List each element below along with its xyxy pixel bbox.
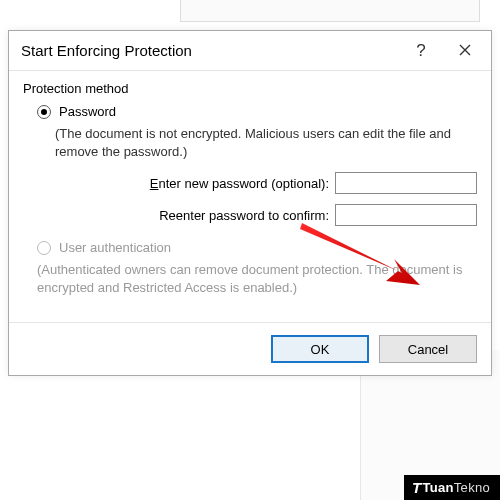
watermark-text: Tuan [423,480,454,495]
radio-password[interactable]: Password [37,104,477,119]
watermark-text: Tekno [454,480,490,495]
enter-password-input[interactable] [335,172,477,194]
password-hint: (The document is not encrypted. Maliciou… [55,125,477,160]
radio-userauth: User authentication [37,240,477,255]
confirm-password-input[interactable] [335,204,477,226]
confirm-password-label: Reenter password to confirm: [159,208,329,223]
cancel-button[interactable]: Cancel [379,335,477,363]
watermark: T TuanTekno [404,475,500,500]
userauth-hint: (Authenticated owners can remove documen… [37,261,477,296]
radio-icon [37,105,51,119]
radio-userauth-label: User authentication [59,240,171,255]
help-icon: ? [416,41,425,61]
watermark-logo-icon: T [412,479,421,496]
help-button[interactable]: ? [399,32,443,70]
enter-password-label: Enter new password (optional): [150,176,329,191]
background-fragment [180,0,480,22]
section-label: Protection method [23,81,477,96]
dialog-title: Start Enforcing Protection [21,42,399,59]
titlebar: Start Enforcing Protection ? [9,31,491,71]
dialog-buttons: OK Cancel [9,322,491,375]
protection-dialog: Start Enforcing Protection ? Protection … [8,30,492,376]
close-icon [459,42,471,60]
close-button[interactable] [443,32,487,70]
ok-button[interactable]: OK [271,335,369,363]
radio-icon [37,241,51,255]
radio-password-label: Password [59,104,116,119]
